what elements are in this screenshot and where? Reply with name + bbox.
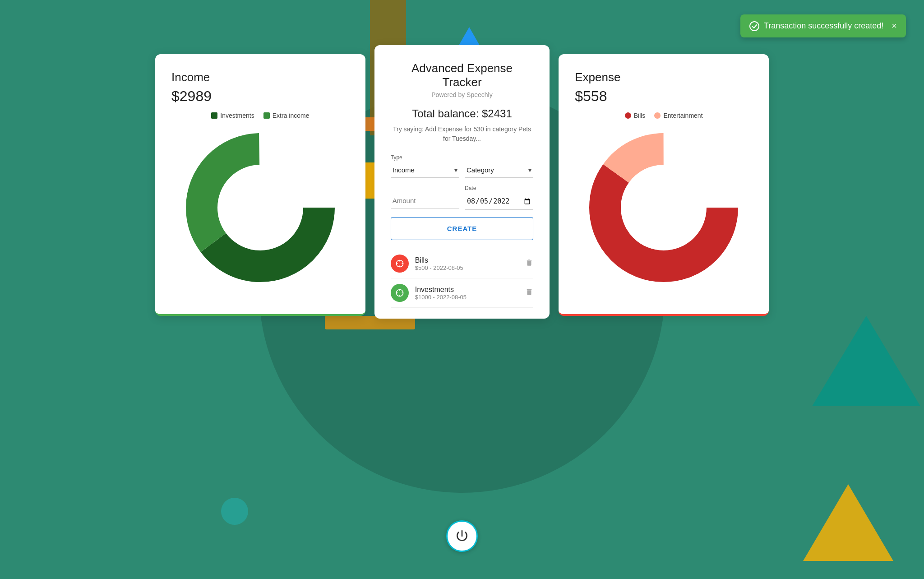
type-select-wrapper[interactable]: Income Expense	[391, 162, 459, 178]
expense-legend-dot-2	[654, 112, 661, 119]
transaction-icon-investments	[391, 284, 409, 302]
expense-donut-chart	[582, 126, 745, 289]
income-legend-dot-2	[263, 112, 270, 119]
expense-legend-label-2: Entertainment	[663, 112, 702, 119]
expense-amount: $558	[575, 88, 753, 105]
svg-point-3	[231, 178, 290, 237]
create-button[interactable]: CREATE	[391, 217, 534, 240]
income-card: Income $2989 Investments Extra income	[155, 54, 365, 316]
transaction-name-investments: Investments	[415, 286, 519, 294]
type-group: Type Income Expense	[391, 154, 459, 178]
expense-legend-item-1: Bills	[625, 112, 646, 119]
power-button[interactable]	[446, 520, 478, 552]
form-type-row: Type Income Expense Category Bills Enter…	[391, 154, 534, 178]
transaction-icon-bills	[391, 255, 409, 273]
date-input[interactable]	[465, 193, 533, 210]
try-saying-hint: Try saying: Add Expense for 530 in categ…	[391, 125, 534, 144]
app-title: Advanced Expense Tracker	[391, 61, 534, 89]
transaction-name-bills: Bills	[415, 256, 519, 264]
transaction-meta-investments: $1000 - 2022-08-05	[415, 294, 519, 301]
success-toast: Transaction successfully created! ×	[740, 14, 906, 37]
toast-message: Transaction successfully created!	[764, 21, 883, 31]
expense-legend: Bills Entertainment	[575, 112, 753, 119]
category-select-wrapper[interactable]: Category Bills Entertainment Investments…	[465, 162, 533, 178]
expense-legend-dot-1	[625, 112, 631, 119]
income-donut-container	[171, 126, 349, 289]
transaction-meta-bills: $500 - 2022-08-05	[415, 264, 519, 271]
income-title: Income	[171, 70, 349, 84]
amount-group	[391, 185, 459, 210]
check-icon	[749, 21, 759, 31]
power-icon	[455, 529, 469, 543]
total-balance: Total balance: $2431	[391, 107, 534, 120]
date-group: Date	[465, 185, 533, 210]
transaction-delete-investments[interactable]	[525, 287, 533, 299]
income-legend: Investments Extra income	[171, 112, 349, 119]
amount-input[interactable]	[391, 193, 459, 208]
expense-card: Expense $558 Bills Entertainment	[559, 54, 769, 316]
income-legend-item-1: Investments	[211, 112, 254, 119]
income-donut-chart	[179, 126, 342, 289]
type-label: Type	[391, 154, 459, 161]
transaction-info-bills: Bills $500 - 2022-08-05	[415, 256, 519, 271]
transaction-item-investments: Investments $1000 - 2022-08-05	[391, 278, 534, 308]
transactions-list: Bills $500 - 2022-08-05 Investments	[391, 249, 534, 308]
svg-point-6	[634, 178, 693, 237]
income-amount: $2989	[171, 88, 349, 105]
amount-label	[391, 185, 459, 191]
income-legend-label-2: Extra income	[273, 112, 310, 119]
income-legend-label-1: Investments	[220, 112, 254, 119]
category-label	[465, 154, 533, 161]
expense-donut-container	[575, 126, 753, 289]
transaction-item-bills: Bills $500 - 2022-08-05	[391, 249, 534, 278]
date-label: Date	[465, 185, 533, 191]
income-legend-item-2: Extra income	[263, 112, 310, 119]
income-legend-dot-1	[211, 112, 217, 119]
transaction-info-investments: Investments $1000 - 2022-08-05	[415, 286, 519, 301]
expense-legend-item-2: Entertainment	[654, 112, 702, 119]
center-card: Advanced Expense Tracker Powered by Spee…	[374, 45, 550, 319]
type-select[interactable]: Income Expense	[391, 162, 459, 178]
toast-close-button[interactable]: ×	[892, 21, 897, 31]
category-select[interactable]: Category Bills Entertainment Investments…	[465, 162, 533, 178]
expense-title: Expense	[575, 70, 753, 84]
expense-legend-label-1: Bills	[634, 112, 646, 119]
transaction-delete-bills[interactable]	[525, 258, 533, 269]
form-amount-date-row: Date	[391, 185, 534, 210]
app-subtitle: Powered by Speechly	[391, 91, 534, 98]
category-group: Category Bills Entertainment Investments…	[465, 154, 533, 178]
